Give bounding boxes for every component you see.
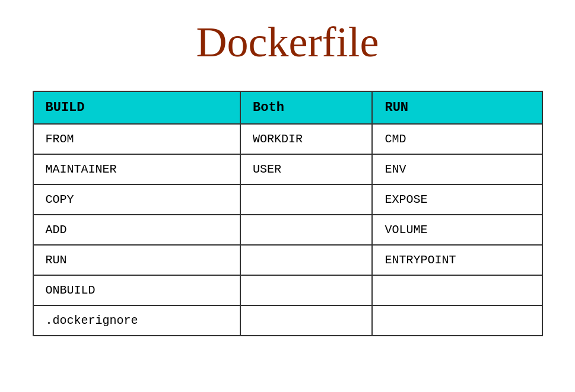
cell-r6-c0: .dockerignore [33,305,241,336]
cell-r5-c1 [240,275,372,305]
cell-r0-c2: CMD [372,124,542,154]
cell-r4-c1 [240,245,372,275]
col-header-build: BUILD [33,91,241,124]
cell-r5-c2 [372,275,542,305]
cell-r5-c0: ONBUILD [33,275,241,305]
cell-r1-c2: ENV [372,154,542,184]
page-title: Dockerfile [196,18,379,67]
cell-r3-c1 [240,215,372,245]
cell-r3-c0: ADD [33,215,241,245]
table-row: ONBUILD [33,275,542,305]
cell-r3-c2: VOLUME [372,215,542,245]
dockerfile-table: BUILD Both RUN FROMWORKDIRCMDMAINTAINERU… [33,91,543,336]
cell-r0-c0: FROM [33,124,241,154]
cell-r4-c2: ENTRYPOINT [372,245,542,275]
col-header-run: RUN [372,91,542,124]
cell-r4-c0: RUN [33,245,241,275]
cell-r6-c1 [240,305,372,336]
table-row: .dockerignore [33,305,542,336]
table-header-row: BUILD Both RUN [33,91,542,124]
cell-r1-c1: USER [240,154,372,184]
table-row: FROMWORKDIRCMD [33,124,542,154]
table-container: BUILD Both RUN FROMWORKDIRCMDMAINTAINERU… [33,91,543,336]
cell-r2-c0: COPY [33,184,241,215]
table-row: COPYEXPOSE [33,184,542,215]
cell-r6-c2 [372,305,542,336]
cell-r2-c1 [240,184,372,215]
cell-r2-c2: EXPOSE [372,184,542,215]
cell-r1-c0: MAINTAINER [33,154,241,184]
table-row: ADDVOLUME [33,215,542,245]
table-row: RUNENTRYPOINT [33,245,542,275]
cell-r0-c1: WORKDIR [240,124,372,154]
table-row: MAINTAINERUSERENV [33,154,542,184]
col-header-both: Both [240,91,372,124]
